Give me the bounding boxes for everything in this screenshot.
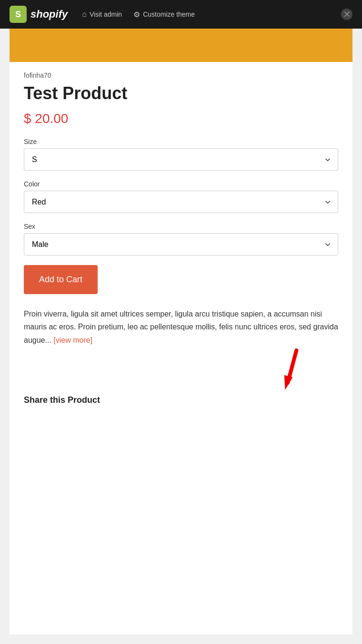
product-image-banner — [10, 29, 352, 62]
add-to-cart-button[interactable]: Add to Cart — [24, 265, 98, 294]
customize-theme-link[interactable]: ⚙ Customize theme — [133, 10, 195, 19]
size-option-group: Size XS S M L XL — [24, 138, 338, 171]
customize-theme-label: Customize theme — [143, 10, 195, 18]
size-label: Size — [24, 138, 338, 145]
shopify-bar: S shopify ⌂ Visit admin ⚙ Customize them… — [0, 0, 362, 29]
main-wrapper: fofinha70 Test Product $ 20.00 Size XS S… — [0, 29, 362, 644]
red-arrow-icon — [267, 339, 324, 396]
sex-select[interactable]: Male Female Unisex — [24, 233, 338, 256]
shopify-bar-nav: ⌂ Visit admin ⚙ Customize theme — [82, 10, 195, 19]
sex-label: Sex — [24, 223, 338, 230]
annotation-arrow — [24, 353, 338, 391]
product-price: $ 20.00 — [24, 111, 338, 126]
shopify-logo: S shopify — [10, 6, 68, 23]
share-section: Share this Product — [24, 395, 338, 405]
vendor-name: fofinha70 — [24, 72, 338, 79]
sex-select-wrapper: Male Female Unisex — [24, 233, 338, 256]
product-card: fofinha70 Test Product $ 20.00 Size XS S… — [10, 29, 352, 634]
home-icon: ⌂ — [82, 10, 87, 19]
color-select[interactable]: Red Blue Green Black White — [24, 191, 338, 213]
shopify-logo-icon: S — [10, 6, 27, 23]
size-select[interactable]: XS S M L XL — [24, 148, 338, 171]
gear-icon: ⚙ — [133, 10, 140, 19]
visit-admin-label: Visit admin — [90, 10, 122, 18]
shopify-logo-text: shopify — [30, 8, 68, 20]
svg-marker-1 — [279, 372, 296, 390]
visit-admin-link[interactable]: ⌂ Visit admin — [82, 10, 122, 19]
color-select-wrapper: Red Blue Green Black White — [24, 191, 338, 213]
size-select-wrapper: XS S M L XL — [24, 148, 338, 171]
close-button[interactable]: ✕ — [341, 9, 352, 20]
color-label: Color — [24, 180, 338, 188]
product-title: Test Product — [24, 83, 338, 103]
sex-option-group: Sex Male Female Unisex — [24, 223, 338, 256]
view-more-link[interactable]: [view more] — [53, 336, 92, 344]
color-option-group: Color Red Blue Green Black White — [24, 180, 338, 213]
